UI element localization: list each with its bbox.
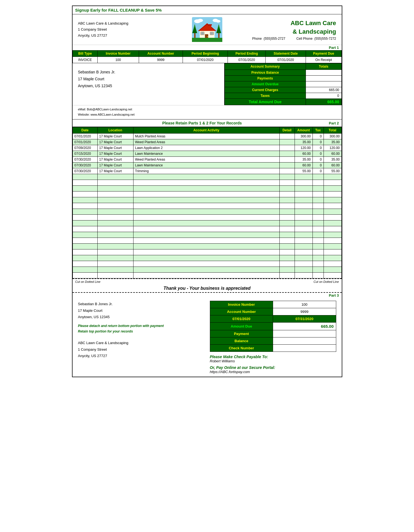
p3-check-value [273, 345, 336, 352]
col-detail: Detail [279, 127, 295, 134]
empty-row [73, 174, 341, 180]
cell-total: 120.00 [324, 145, 341, 151]
part3-address1: 17 Maple Court [78, 307, 204, 314]
customer-name: Sebastian B Jones Jr. [78, 69, 219, 76]
empty-row [73, 226, 341, 232]
customer-address: Sebastian B Jones Jr. 17 Maple Court Any… [73, 63, 224, 105]
col-bill-type: Bill Type [73, 50, 98, 57]
empty-row [73, 209, 341, 215]
cell-amount: 60.00 [295, 163, 312, 168]
val-invoice-number: 100 [98, 57, 139, 63]
cell-detail [279, 145, 295, 151]
cell-activity: Lawn Maintenance [133, 163, 279, 168]
cell-total: 60.00 [324, 163, 341, 168]
cell-total: 55.00 [324, 168, 341, 174]
cell-detail [279, 157, 295, 163]
pay-check-name: Robert Williams [210, 359, 336, 363]
cell-activity: Weed Planted Areas [133, 157, 279, 163]
cell-detail [279, 151, 295, 157]
promo-text: Signup Early for FALL CLEANUP & Save 5% [75, 8, 162, 12]
phone-row: Phone (555)555-2727 Cell Phone (555)555-… [250, 37, 336, 41]
col-date: Date [73, 127, 97, 134]
empty-row [73, 191, 341, 197]
cell-amount: 55.00 [295, 168, 312, 174]
pay-check-label: Please Make Check Payable To: [210, 355, 336, 359]
val-payment-due: On Receipt [306, 57, 341, 63]
mid-section: Sebastian B Jones Jr. 17 Maple Court Any… [73, 63, 342, 105]
col-payment-due: Payment Due [306, 50, 341, 57]
cell-tax: 0 [312, 163, 324, 168]
empty-row [73, 244, 341, 249]
address-line1: ABC Lawn Care & Landscaping [78, 20, 164, 26]
val-bill-type: INVOICE [73, 57, 98, 63]
val-period-beginning: 07/01/2020 [183, 57, 228, 63]
svg-point-15 [207, 36, 208, 37]
p3-period-end: 07/31/2020 [273, 315, 336, 323]
company-address: ABC Lawn Care & Landscaping 1 Company St… [78, 20, 164, 39]
col-invoice-number: Invoice Number [98, 50, 139, 57]
part2-label: Part 2 [329, 121, 339, 125]
cell-tax: 0 [312, 157, 324, 163]
part3-label: Part 3 [329, 293, 339, 297]
payments-label: Payments [225, 76, 306, 81]
col-total: Total [324, 127, 341, 134]
col-period-ending: Period Ending [228, 50, 266, 57]
col-amount: Amount [295, 127, 312, 134]
p3-invoice-label: Invoice Number [210, 301, 273, 308]
val-statement-date: 07/31/2020 [266, 57, 306, 63]
account-summary-table: Account Summary Totals Previous Balance … [225, 63, 342, 105]
cut-line-left: Cut on Dotted Line [75, 280, 101, 283]
current-charges-label: Current Charges [225, 87, 306, 93]
thank-you-text: Thank you - Your business is appreciated [73, 284, 342, 293]
cell-tax: 0 [312, 168, 324, 174]
account-summary-header: Account Summary [225, 63, 306, 70]
cell-amount: 35.00 [295, 139, 312, 145]
cell-tax: 0 [312, 139, 324, 145]
pay-online-label: Or, Pay Online at our Secure Portal: [210, 365, 336, 370]
p3-payment-label: Payment [210, 330, 273, 337]
table-row: 07/30/202017 Maple CourtWeed Planted Are… [73, 157, 341, 163]
table-row: 07/09/202017 Maple CourtLawn Application… [73, 145, 341, 151]
empty-row [73, 197, 341, 203]
cell-amount: 60.00 [295, 151, 312, 157]
cut-line: Cut on Dotted Line Cut on Dotted Line [73, 278, 342, 284]
p3-invoice-value: 100 [273, 301, 336, 308]
empty-row [73, 238, 341, 244]
cell-total: 60.00 [324, 151, 341, 157]
cut-line-right: Cut on Dotted Line [314, 280, 339, 283]
cell-detail [279, 134, 295, 139]
house-logo-icon [192, 17, 222, 42]
amount-overdue-label: Amount Overdue [225, 81, 306, 87]
part3-right: Invoice Number 100 Account Number 9999 0… [210, 301, 336, 374]
col-tax: Tax [312, 127, 324, 134]
p3-period-begin: 07/01/2020 [210, 315, 273, 323]
cell-detail [279, 163, 295, 168]
col-period-beginning: Period Beginning [183, 50, 228, 57]
cell-tax: 0 [312, 145, 324, 151]
part3-left: Sebastian B Jones Jr. 17 Maple Court Any… [78, 301, 204, 374]
p3-balance-value [273, 337, 336, 345]
svg-rect-24 [209, 24, 212, 25]
cell-tax: 0 [312, 134, 324, 139]
part3-customer-name: Sebastian B Jones Jr. [78, 301, 204, 307]
amount-overdue-value [306, 81, 341, 87]
empty-row [73, 255, 341, 261]
svg-point-2 [197, 19, 203, 22]
p3-balance-label: Balance [210, 337, 273, 345]
p3-check-label: Check Number [210, 345, 273, 352]
company-name: ABC Lawn Care & Landscaping [250, 18, 336, 36]
activity-table: Date Location Account Activity Detail Am… [73, 127, 342, 278]
empty-row [73, 261, 341, 267]
cell-activity: Weed Planted Areas [133, 139, 279, 145]
contact-row: eMail: Bob@ABCLawn-Landscaping.net Websi… [73, 105, 342, 119]
empty-row [73, 273, 341, 278]
empty-row [73, 220, 341, 226]
empty-row [73, 232, 341, 238]
address-line3: Anycity, US 27727 [78, 33, 164, 39]
svg-rect-23 [209, 25, 211, 29]
cell-location: 17 Maple Court [97, 151, 133, 157]
empty-row [73, 180, 341, 186]
customer-address1: 17 Maple Court [78, 76, 219, 83]
val-period-ending: 07/31/2020 [228, 57, 266, 63]
part3-header: Part 3 [73, 293, 342, 298]
